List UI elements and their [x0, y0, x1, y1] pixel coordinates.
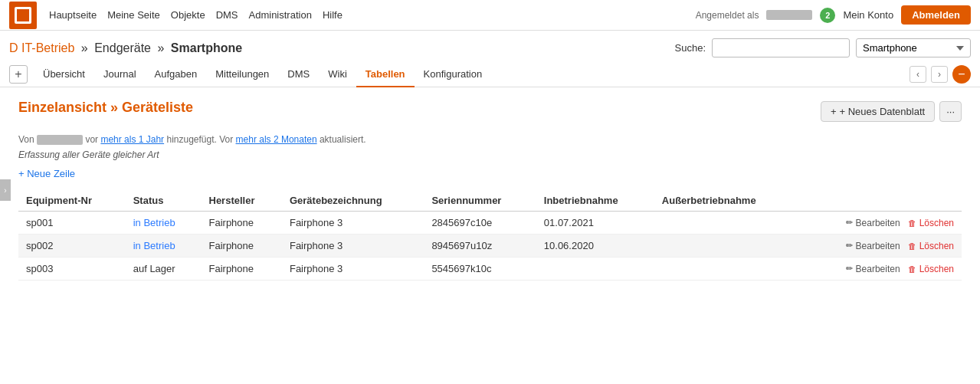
nav-administration[interactable]: Administration	[249, 9, 312, 21]
col-hersteller: Hersteller	[202, 190, 282, 212]
abmelden-button[interactable]: Abmelden	[901, 5, 971, 25]
col-geraetebezeichnung: Gerätebezeichnung	[282, 190, 424, 212]
search-dropdown[interactable]: Smartphone Tablet Laptop Desktop	[856, 38, 971, 57]
nav-dms[interactable]: DMS	[216, 9, 238, 21]
col-actions	[798, 190, 962, 212]
search-input[interactable]	[712, 38, 850, 57]
nav-hauptseite[interactable]: Hauptseite	[49, 9, 97, 21]
meta-prefix: Von	[18, 134, 34, 145]
app-logo[interactable]	[9, 2, 37, 29]
section-header: Einzelansicht » Geräteliste + + Neues Da…	[18, 100, 962, 123]
cell-inbetriebnahme	[536, 258, 654, 281]
cell-ausserbetriebnahme	[654, 212, 798, 235]
notification-badge[interactable]: 2	[820, 8, 835, 23]
cell-hersteller: Fairphone	[202, 212, 282, 235]
tab-prev-button[interactable]: ‹	[910, 66, 926, 83]
cell-hersteller: Fairphone	[202, 258, 282, 281]
neue-zeile-button[interactable]: + Neue Zeile	[18, 168, 75, 179]
cell-ausserbetriebnahme	[654, 235, 798, 258]
logged-in-label: Angemeldet als	[696, 10, 759, 21]
neues-datenblatt-button[interactable]: + + Neues Datenblatt	[821, 101, 935, 122]
edit-link[interactable]: Bearbeiten	[856, 264, 900, 274]
meta-info: Von vor mehr als 1 Jahr hinzugefügt. Vor…	[18, 134, 962, 145]
meta-updated-link[interactable]: mehr als 2 Monaten	[236, 134, 317, 145]
edit-link[interactable]: Bearbeiten	[856, 218, 900, 228]
cell-seriennummer: 2845697c10e	[424, 212, 536, 235]
cell-inbetriebnahme: 10.06.2020	[536, 235, 654, 258]
cell-equipment-nr: sp001	[18, 212, 126, 235]
table-row: sp001 in Betrieb Fairphone Fairphone 3 2…	[18, 212, 962, 235]
tab-wiki[interactable]: Wiki	[319, 62, 356, 87]
cell-geraetebezeichnung: Fairphone 3	[282, 235, 424, 258]
delete-link[interactable]: Löschen	[919, 264, 954, 274]
plus-icon: +	[831, 106, 837, 117]
tab-uebersicht[interactable]: Übersicht	[34, 62, 94, 87]
mein-konto-link[interactable]: Mein Konto	[843, 9, 893, 21]
add-button[interactable]: +	[9, 65, 28, 84]
nav-objekte[interactable]: Objekte	[171, 9, 205, 21]
sidebar-area: › Einzelansicht » Geräteliste + + Neues …	[0, 87, 980, 293]
cell-seriennummer: 8945697u10z	[424, 235, 536, 258]
cell-geraetebezeichnung: Fairphone 3	[282, 212, 424, 235]
cell-status: auf Lager	[126, 258, 202, 281]
trash-icon: 🗑	[908, 264, 916, 274]
cell-actions: ✏ Bearbeiten 🗑 Löschen	[798, 258, 962, 281]
cell-actions: ✏ Bearbeiten 🗑 Löschen	[798, 235, 962, 258]
edit-icon: ✏	[846, 264, 853, 274]
more-button[interactable]: ···	[939, 101, 962, 122]
collapse-button[interactable]: −	[952, 65, 971, 84]
table-header: Equipment-Nr Status Hersteller Gerätebez…	[18, 190, 962, 212]
col-inbetriebnahme: Inbetriebnahme	[536, 190, 654, 212]
trash-icon: 🗑	[908, 241, 916, 251]
data-table: Equipment-Nr Status Hersteller Gerätebez…	[18, 190, 962, 281]
trash-icon: 🗑	[908, 218, 916, 228]
user-name-blurred	[766, 10, 812, 20]
section-title: Einzelansicht » Geräteliste	[18, 100, 193, 116]
meta-added-prefix: vor	[85, 134, 100, 145]
breadcrumb-bar: D IT-Betrieb » Endgeräte » Smartphone Su…	[0, 31, 980, 62]
meta-sep: hinzugefügt. Vor	[166, 134, 235, 145]
breadcrumb-org[interactable]: D IT-Betrieb	[9, 41, 74, 54]
delete-link[interactable]: Löschen	[919, 218, 954, 228]
tab-aufgaben[interactable]: Aufgaben	[146, 62, 207, 87]
tab-next-button[interactable]: ›	[931, 66, 948, 83]
cell-hersteller: Fairphone	[202, 235, 282, 258]
top-navigation: Hauptseite Meine Seite Objekte DMS Admin…	[0, 0, 980, 31]
cell-equipment-nr: sp003	[18, 258, 126, 281]
sidebar-toggle-button[interactable]: ›	[0, 179, 11, 201]
breadcrumb-section[interactable]: Endgeräte	[94, 41, 151, 54]
cell-geraetebezeichnung: Fairphone 3	[282, 258, 424, 281]
search-label: Suche:	[675, 42, 706, 54]
tab-tabellen[interactable]: Tabellen	[356, 62, 415, 87]
nav-hilfe[interactable]: Hilfe	[323, 9, 343, 21]
cell-actions: ✏ Bearbeiten 🗑 Löschen	[798, 212, 962, 235]
breadcrumb-current: Smartphone	[171, 41, 242, 54]
col-ausserbetriebnahme: Außerbetriebnahme	[654, 190, 798, 212]
neues-datenblatt-label: + Neues Datenblatt	[840, 106, 926, 117]
col-equipment-nr: Equipment-Nr	[18, 190, 126, 212]
section-actions: + + Neues Datenblatt ···	[821, 101, 962, 122]
main-nav: Hauptseite Meine Seite Objekte DMS Admin…	[49, 9, 683, 21]
nav-meine-seite[interactable]: Meine Seite	[107, 9, 160, 21]
delete-link[interactable]: Löschen	[919, 241, 954, 251]
col-seriennummer: Seriennummer	[424, 190, 536, 212]
tab-konfiguration[interactable]: Konfiguration	[415, 62, 492, 87]
edit-link[interactable]: Bearbeiten	[856, 241, 900, 251]
tab-mitteilungen[interactable]: Mitteilungen	[206, 62, 278, 87]
tab-journal[interactable]: Journal	[94, 62, 146, 87]
meta-updated: aktualisiert.	[320, 134, 366, 145]
cell-status: in Betrieb	[126, 212, 202, 235]
table-row: sp003 auf Lager Fairphone Fairphone 3 55…	[18, 258, 962, 281]
cell-ausserbetriebnahme	[654, 258, 798, 281]
meta-added-link[interactable]: mehr als 1 Jahr	[100, 134, 164, 145]
meta-user-blurred	[37, 135, 83, 145]
edit-icon: ✏	[846, 218, 853, 228]
breadcrumb-sep1: »	[81, 41, 88, 54]
tab-dms[interactable]: DMS	[278, 62, 319, 87]
search-area: Suche: Smartphone Tablet Laptop Desktop	[675, 38, 971, 57]
table-row: sp002 in Betrieb Fairphone Fairphone 3 8…	[18, 235, 962, 258]
topnav-right: Angemeldet als 2 Mein Konto Abmelden	[696, 5, 971, 25]
cell-status: in Betrieb	[126, 235, 202, 258]
main-content: Einzelansicht » Geräteliste + + Neues Da…	[0, 87, 980, 293]
col-status: Status	[126, 190, 202, 212]
